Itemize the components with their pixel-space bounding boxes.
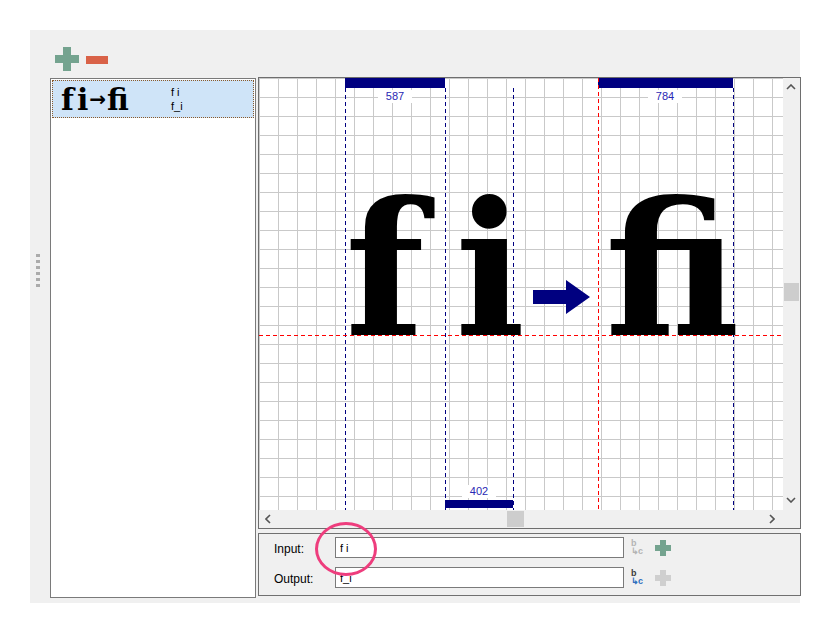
add-ligature-button[interactable]	[55, 47, 79, 71]
scrollbar-corner	[783, 510, 800, 528]
glyph-drawing-area[interactable]: f i fi 587 784 402	[259, 78, 783, 510]
glyph-canvas-graphics: f i fi 587 784 402	[259, 78, 783, 510]
horizontal-scrollbar-thumb[interactable]	[507, 511, 524, 527]
glyph-name-toggle-icon-output[interactable]: b ↳c	[631, 569, 647, 588]
scroll-left-icon[interactable]	[262, 513, 274, 525]
ligature-list-item[interactable]: fi→fi f i f_i	[52, 80, 254, 118]
preview-glyph-i: i	[77, 82, 88, 117]
preview-glyph-f: f	[61, 82, 74, 117]
ligature-editor-window: fi→fi f i f_i	[0, 0, 840, 640]
remove-ligature-button[interactable]	[86, 56, 108, 64]
ligature-output-name: f_i	[171, 99, 183, 113]
glyph-name-toggle-icon-input: b ↳c	[631, 539, 647, 558]
glyph-canvas: f i fi 587 784 402	[258, 77, 801, 529]
substitution-arrow-icon	[533, 280, 590, 314]
canvas-glyph-ligature: fi	[605, 161, 740, 379]
scroll-up-icon[interactable]	[785, 81, 797, 93]
output-label: Output:	[274, 572, 313, 586]
canvas-glyph-f: f	[345, 161, 435, 379]
ligature-names: f i f_i	[171, 85, 183, 113]
scroll-down-icon[interactable]	[785, 494, 797, 506]
add-output-glyph-button	[655, 570, 671, 586]
horizontal-scrollbar[interactable]	[259, 510, 783, 528]
ligature-preview: fi→fi	[61, 82, 129, 117]
advance-bar-i[interactable]	[445, 500, 513, 508]
preview-glyph-ligature: fi	[107, 82, 129, 117]
preview-arrow-icon: →	[89, 87, 106, 111]
panel-splitter-grip[interactable]	[36, 254, 40, 288]
input-field[interactable]	[335, 537, 624, 558]
advance-bar-ligature[interactable]	[598, 78, 733, 88]
vertical-scrollbar[interactable]	[783, 78, 800, 510]
canvas-glyph-i: i	[455, 161, 525, 379]
scroll-right-icon[interactable]	[766, 513, 778, 525]
ligature-editor-form: Input: b ↳c Output: b ↳c	[258, 533, 801, 596]
input-label: Input:	[274, 542, 304, 556]
ligature-input-name: f i	[171, 85, 183, 99]
measurement-bottom-advance: 402	[470, 485, 488, 497]
output-field[interactable]	[335, 567, 624, 588]
advance-bar-f[interactable]	[345, 78, 445, 88]
add-input-glyph-button[interactable]	[655, 540, 671, 556]
measurement-right-advance: 784	[656, 90, 674, 102]
vertical-scrollbar-thumb[interactable]	[784, 283, 799, 301]
ligature-list: fi→fi f i f_i	[50, 78, 256, 598]
measurement-left-advance: 587	[386, 90, 404, 102]
